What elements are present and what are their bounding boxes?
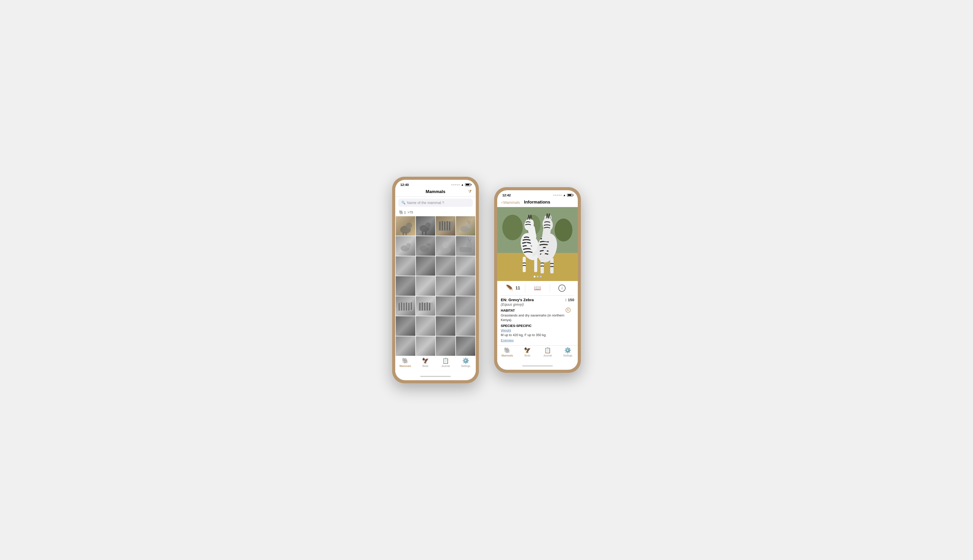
tab-birds-2[interactable]: 🦅 Birds (517, 347, 538, 357)
s3 (557, 195, 558, 196)
count-row: 🐘↕ >75 (395, 209, 476, 216)
list-item[interactable] (416, 236, 435, 256)
home-bar-2 (522, 365, 553, 367)
book-icon: 📖 (534, 285, 541, 292)
tab-mammals-1[interactable]: 🐘 Mammals (395, 358, 415, 367)
tab-bar-1: 🐘 Mammals 🦅 Birds 📋 Journal ⚙️ Settings (395, 356, 476, 373)
svg-rect-41 (427, 302, 428, 311)
list-item[interactable] (416, 276, 435, 296)
time-2: 12:42 (502, 193, 511, 197)
weight-link[interactable]: Weight (501, 328, 574, 332)
list-item[interactable] (396, 316, 415, 336)
animal-grid (395, 216, 476, 356)
list-item[interactable] (416, 256, 435, 276)
search-placeholder: Name of the mammal ? (407, 201, 444, 205)
tab-mammals-2[interactable]: 🐘 Mammals (497, 347, 517, 357)
list-item[interactable] (416, 296, 435, 316)
journal-icon: 📋 (442, 358, 449, 364)
battery-fill-2 (568, 194, 571, 196)
image-indicator (497, 274, 578, 279)
svg-point-46 (555, 218, 572, 242)
svg-rect-11 (444, 222, 445, 230)
svg-rect-34 (406, 302, 407, 311)
phone-2-screen: 12:42 ▲ ‹ Mammals Inform (497, 190, 578, 370)
search-icon: 🔍 (402, 201, 405, 205)
list-item[interactable] (416, 337, 435, 356)
list-item[interactable] (456, 216, 475, 236)
signal-1 (452, 184, 460, 185)
icon-row: 🪶 11 📖 i (501, 283, 574, 295)
settings-label-2: Settings (563, 354, 572, 357)
list-item[interactable] (456, 296, 475, 316)
settings-icon: ⚙️ (462, 358, 469, 364)
s2 (555, 195, 556, 196)
phone-1-screen: 12:40 ▲ Mammals ⧩ 🔍 (395, 180, 476, 380)
list-item[interactable] (416, 316, 435, 336)
list-item[interactable] (416, 216, 435, 236)
list-item[interactable] (396, 276, 415, 296)
battery-2 (567, 194, 573, 197)
filter-icon[interactable]: ⧩ (468, 189, 472, 194)
svg-rect-33 (404, 303, 405, 311)
dot3 (455, 184, 456, 185)
nav-bar-1: Mammals ⧩ (395, 188, 476, 197)
info-section: 🪶 11 📖 i EN: Grevy's Zebra ↕ 150 (497, 281, 578, 345)
journal-icon-2: 📋 (544, 347, 551, 354)
list-item[interactable] (436, 276, 455, 296)
list-item[interactable] (456, 236, 475, 256)
svg-rect-13 (449, 222, 450, 230)
list-item[interactable] (436, 216, 455, 236)
latin-row: (Equus grevyi) E (501, 302, 574, 307)
species-name-en: EN: Grevy's Zebra (501, 298, 574, 302)
list-item[interactable] (396, 296, 415, 316)
tab-journal-1[interactable]: 📋 Journal (435, 358, 456, 367)
tab-birds-1[interactable]: 🦅 Birds (415, 358, 435, 367)
svg-rect-7 (425, 231, 427, 235)
tab-journal-2[interactable]: 📋 Journal (538, 347, 558, 357)
arrows-icon: ↕ (565, 298, 567, 302)
svg-point-15 (466, 223, 471, 228)
mammals-icon: 🐘 (402, 358, 409, 364)
list-item[interactable] (396, 216, 415, 236)
nav-title-2: Informations (524, 200, 550, 205)
enemies-link[interactable]: Enemies (501, 338, 574, 342)
list-item[interactable] (436, 296, 455, 316)
svg-rect-10 (442, 221, 443, 230)
back-label: Mammals (503, 200, 520, 205)
s5 (560, 195, 562, 196)
settings-icon-2: ⚙️ (564, 347, 571, 354)
book-cell[interactable]: 📖 (525, 284, 550, 292)
status-icons-1: ▲ (452, 183, 471, 186)
phone-2: 12:42 ▲ ‹ Mammals Inform (494, 187, 581, 373)
info-cell[interactable]: i (550, 283, 574, 293)
list-item[interactable] (396, 236, 415, 256)
list-item[interactable] (436, 256, 455, 276)
zebra-photo (497, 207, 578, 281)
svg-line-17 (467, 220, 468, 223)
list-item[interactable] (436, 337, 455, 356)
back-button[interactable]: ‹ Mammals (501, 200, 520, 205)
list-item[interactable] (436, 316, 455, 336)
svg-rect-42 (429, 303, 430, 311)
tab-settings-2[interactable]: ⚙️ Settings (558, 347, 578, 357)
list-item[interactable] (396, 256, 415, 276)
s4 (559, 195, 560, 196)
battery-1 (465, 183, 471, 186)
back-chevron-icon: ‹ (501, 200, 503, 205)
svg-rect-32 (401, 302, 402, 311)
svg-point-27 (467, 242, 472, 248)
list-item[interactable] (436, 236, 455, 256)
list-item[interactable] (456, 276, 475, 296)
signal-2 (553, 195, 562, 196)
svg-point-19 (406, 243, 411, 248)
wifi-icon-1: ▲ (461, 183, 464, 186)
list-item[interactable] (396, 337, 415, 356)
list-item[interactable] (456, 337, 475, 356)
svg-rect-6 (422, 231, 423, 235)
list-item[interactable] (456, 316, 475, 336)
tab-settings-1[interactable]: ⚙️ Settings (456, 358, 476, 367)
search-bar[interactable]: 🔍 Name of the mammal ? (398, 198, 473, 207)
svg-point-25 (442, 242, 449, 248)
dot1 (452, 184, 453, 185)
list-item[interactable] (456, 256, 475, 276)
